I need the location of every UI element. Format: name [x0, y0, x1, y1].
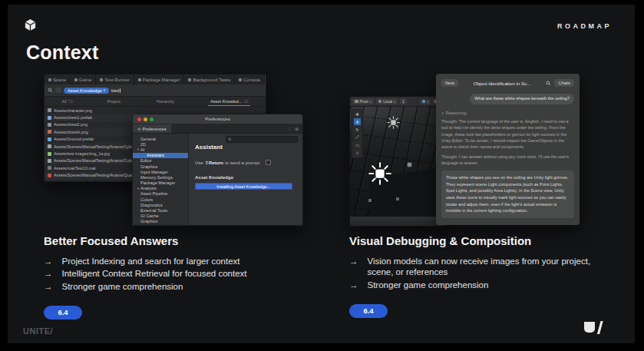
reasoning-paragraph: Thought: The current language of the use…	[441, 118, 574, 151]
arrow-icon: →	[44, 268, 53, 279]
tab-icon	[239, 78, 242, 81]
filter-tab[interactable]: All 70	[59, 97, 74, 106]
prefs-category-item[interactable]: Package Manager	[133, 180, 188, 186]
filter-tab[interactable]: Hierarchy	[154, 97, 179, 106]
editor-tab-bar: Scene Game Test Runner	[45, 75, 266, 84]
search-filter-tabs: All 70 Project Hierarchy	[45, 97, 266, 107]
prefs-category-item[interactable]: Diagnostics	[133, 202, 188, 207]
window-title: Preferences	[133, 117, 302, 121]
preferences-sidebar: General 2D AI	[133, 134, 189, 226]
install-progress-bar: Installing Asset Knowledge...	[195, 183, 292, 190]
chat-title: Object identification in Sc...	[461, 81, 543, 86]
prefs-category-item[interactable]: Asset Pipeline	[133, 191, 188, 197]
prefs-category-item[interactable]: Analysis	[133, 186, 188, 191]
editor-tab[interactable]: Scene	[45, 75, 71, 84]
feature-bullets: → Project Indexing and search for larger…	[44, 256, 320, 292]
prefs-category-item[interactable]: Graphics	[133, 164, 188, 169]
section-visual-debugging: Visual Debugging & Composition → Vision …	[349, 234, 606, 318]
scene-view-window: Pivot Local 1	[349, 96, 447, 227]
section-heading: Visual Debugging & Composition	[349, 234, 606, 247]
prefs-category-item[interactable]: External Tools	[133, 207, 188, 213]
file-icon	[48, 116, 51, 120]
editor-tab[interactable]: Game	[71, 75, 96, 84]
slide: ROADMAP Context Scene Game	[8, 5, 635, 343]
editor-tab[interactable]: Console	[235, 75, 265, 84]
tool-rail	[352, 109, 363, 158]
slide-canvas: ROADMAP Context Scene Game	[0, 0, 644, 351]
file-row[interactable]: Assets/character.png	[45, 107, 266, 114]
filter-tab[interactable]: Asset Knowled... 10	[208, 97, 250, 106]
file-icon	[48, 123, 51, 127]
prefs-search-field[interactable]	[226, 136, 298, 143]
asset-knowledge-label: Asset Knowledge	[195, 175, 296, 180]
screenshot-search-preferences: Scene Game Test Runner	[44, 74, 302, 224]
shortcut-setting-row: Use ⇧Return to send a prompt	[195, 160, 296, 165]
search-query-input[interactable]: bird	[111, 88, 121, 93]
pivot-dropdown[interactable]: Pivot	[352, 98, 374, 104]
file-icon	[48, 166, 51, 170]
orientation-dropdown[interactable]: Local	[376, 98, 398, 104]
preferences-tab[interactable]: Preferences	[133, 124, 171, 133]
scene-viewport[interactable]	[350, 107, 446, 227]
move-tool-icon[interactable]	[354, 118, 361, 125]
unity-u-logo-icon	[583, 321, 604, 335]
file-icon	[48, 174, 51, 177]
filter-tab[interactable]: Project	[105, 97, 124, 106]
tab-icon	[74, 78, 78, 81]
checkbox[interactable]	[266, 160, 271, 165]
search-scope-pill[interactable]: Asset Knowledge	[64, 88, 109, 94]
panel-menu-icon[interactable]	[287, 126, 302, 131]
prefs-category-item[interactable]: Graphics	[133, 219, 188, 224]
preferences-tabstrip: Preferences	[133, 124, 302, 134]
arrow-icon: →	[349, 280, 358, 290]
tab-icon	[188, 78, 191, 81]
rect-tool-icon[interactable]	[354, 141, 361, 148]
gear-icon	[137, 127, 140, 131]
editor-tab[interactable]: Test Runner	[96, 75, 134, 84]
version-badge: 6.4	[349, 304, 388, 318]
scale-tool-icon[interactable]	[354, 134, 361, 141]
prefs-category-item[interactable]: AI	[133, 147, 188, 152]
light-gizmo-icon[interactable]	[395, 196, 401, 202]
bullet-item: → Stronger game comprehension	[349, 280, 606, 290]
window-titlebar: Preferences	[133, 114, 302, 124]
prefs-category-item[interactable]: Assistant	[133, 153, 188, 158]
camera-dropdown[interactable]	[420, 99, 431, 104]
globe-icon	[378, 100, 382, 104]
file-icon	[48, 108, 51, 112]
prefs-category-item[interactable]: Editor	[133, 158, 188, 164]
arrow-icon: →	[44, 256, 53, 267]
new-chat-button[interactable]: New	[441, 79, 458, 87]
assistant-answer: Those white shapes you see on the ceilin…	[441, 171, 574, 217]
rotate-tool-icon[interactable]	[354, 126, 361, 133]
editor-tab[interactable]: Background Tasks	[184, 75, 235, 84]
preferences-panel: Assistant Use ⇧Return to send a prompt A…	[189, 134, 302, 226]
tab-icon	[100, 78, 103, 81]
tab-icon	[138, 78, 141, 81]
file-icon	[48, 130, 51, 134]
light-gizmo-icon[interactable]	[387, 116, 400, 129]
file-icon	[48, 144, 51, 148]
reasoning-section: Thought: The current language of the use…	[441, 115, 574, 167]
prefs-category-item[interactable]: Colors	[133, 197, 188, 202]
editor-tab[interactable]: Package Manager	[134, 75, 185, 84]
transform-tool-icon[interactable]	[354, 149, 361, 156]
inspector-toggle-icon[interactable]	[55, 88, 61, 93]
section-heading: Better Focused Answers	[44, 234, 320, 247]
light-gizmo-icon[interactable]	[367, 197, 373, 204]
light-gizmo-icon[interactable]	[368, 162, 391, 185]
light-gizmo-icon[interactable]	[405, 161, 414, 169]
snap-value[interactable]: 1	[400, 98, 407, 104]
shortcut-key: ⇧Return	[205, 160, 223, 165]
prefs-category-item[interactable]: Input Manager	[133, 169, 188, 174]
prefs-category-item[interactable]: 2D	[133, 141, 188, 147]
editor-tab[interactable]: Search (70)	[265, 75, 266, 84]
search-icon[interactable]	[546, 81, 551, 86]
feature-bullets: → Vision models can now receive images f…	[349, 256, 606, 290]
prefs-category-item[interactable]: General	[133, 136, 188, 141]
chats-button[interactable]: Chats	[554, 79, 574, 87]
prefs-category-item[interactable]: Memory Settings	[133, 174, 188, 180]
view-tool-icon[interactable]	[354, 111, 361, 118]
preferences-window: Preferences Preferences	[132, 114, 303, 226]
prefs-category-item[interactable]: GI Cache	[133, 214, 188, 219]
